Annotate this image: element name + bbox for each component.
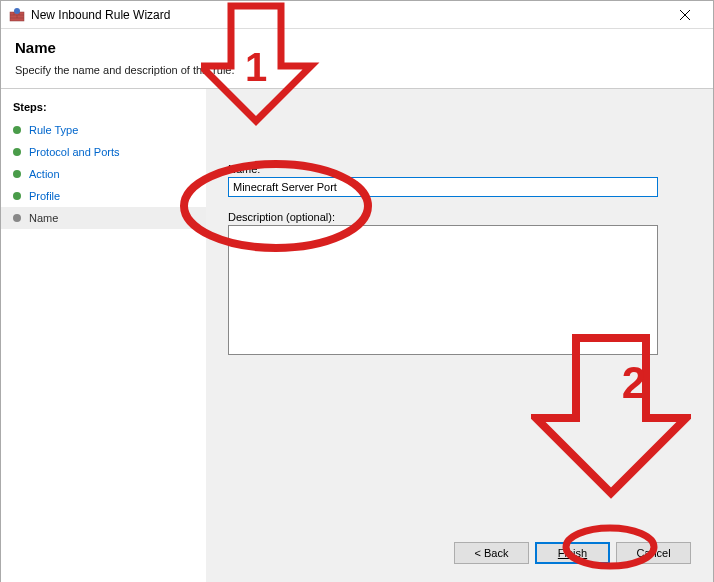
button-row: < Back Finish Cancel xyxy=(454,542,691,564)
wizard-header: Name Specify the name and description of… xyxy=(1,29,713,88)
main-panel: Name: Description (optional): < Back Fin… xyxy=(206,89,713,582)
steps-title: Steps: xyxy=(1,97,206,119)
cancel-button[interactable]: Cancel xyxy=(616,542,691,564)
description-label: Description (optional): xyxy=(228,211,691,223)
svg-point-6 xyxy=(14,8,20,14)
page-heading: Name xyxy=(15,39,699,56)
step-bullet-icon xyxy=(13,192,21,200)
titlebar: New Inbound Rule Wizard xyxy=(1,1,713,29)
step-label: Rule Type xyxy=(29,124,78,136)
step-bullet-icon xyxy=(13,214,21,222)
description-textarea[interactable] xyxy=(228,225,658,355)
step-bullet-icon xyxy=(13,170,21,178)
titlebar-text: New Inbound Rule Wizard xyxy=(31,8,665,22)
name-input[interactable] xyxy=(228,177,658,197)
step-label: Name xyxy=(29,212,58,224)
step-rule-type[interactable]: Rule Type xyxy=(1,119,206,141)
finish-button[interactable]: Finish xyxy=(535,542,610,564)
name-label: Name: xyxy=(228,163,691,175)
step-profile[interactable]: Profile xyxy=(1,185,206,207)
step-label: Profile xyxy=(29,190,60,202)
step-action[interactable]: Action xyxy=(1,163,206,185)
close-button[interactable] xyxy=(665,2,705,28)
wizard-body: Steps: Rule Type Protocol and Ports Acti… xyxy=(1,88,713,582)
step-protocol-ports[interactable]: Protocol and Ports xyxy=(1,141,206,163)
steps-sidebar: Steps: Rule Type Protocol and Ports Acti… xyxy=(1,89,206,582)
step-label: Action xyxy=(29,168,60,180)
back-button[interactable]: < Back xyxy=(454,542,529,564)
step-name[interactable]: Name xyxy=(1,207,206,229)
step-bullet-icon xyxy=(13,126,21,134)
page-description: Specify the name and description of this… xyxy=(15,64,699,76)
step-label: Protocol and Ports xyxy=(29,146,120,158)
wizard-window: New Inbound Rule Wizard Name Specify the… xyxy=(0,0,714,582)
firewall-icon xyxy=(9,7,25,23)
step-bullet-icon xyxy=(13,148,21,156)
